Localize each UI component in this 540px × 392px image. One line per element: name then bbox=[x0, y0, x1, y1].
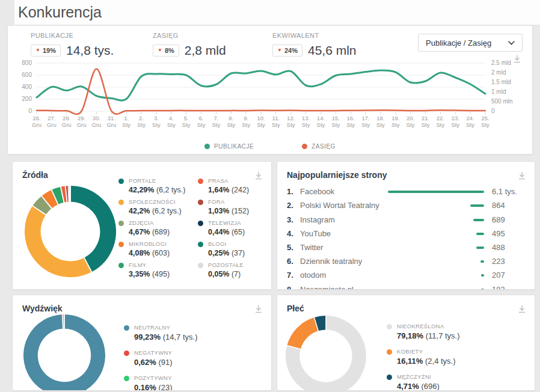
kpi-change: 19% bbox=[43, 47, 56, 54]
legend-item-filmy: FILMY3,35% (495) bbox=[118, 262, 192, 283]
legend-item-portale: PORTALE42,29% (6,2 tys.) bbox=[118, 177, 192, 198]
x-label-month: Sty bbox=[331, 121, 340, 128]
legend-dot bbox=[204, 144, 210, 149]
legend-label: PORTALE bbox=[129, 177, 192, 184]
legend-dot bbox=[387, 324, 392, 329]
legend-dot bbox=[387, 375, 392, 380]
site-row[interactable]: 6.Dziennik teatralny223 bbox=[287, 257, 525, 266]
site-rank: 4. bbox=[287, 230, 300, 238]
top-sites-list: 1.Facebook6,1 tys.2.Polski Wortal Teatra… bbox=[277, 180, 535, 290]
legend-item-mężczyźni: MĘŻCZYŹNI4,71% (696) bbox=[387, 373, 460, 391]
site-rank: 2. bbox=[287, 201, 300, 210]
legend-label: POZOSTAŁE bbox=[208, 262, 271, 268]
sentiment-donut-svg bbox=[23, 314, 105, 391]
legend-dot bbox=[198, 221, 203, 226]
left-axis-label: 800 bbox=[22, 60, 32, 66]
legend-dot bbox=[124, 325, 129, 331]
x-label-day: 12. bbox=[287, 115, 295, 121]
site-value: 207 bbox=[484, 271, 525, 280]
slice-mikroblogi bbox=[47, 197, 55, 202]
legend-value: 79,18% (11,7 tys.) bbox=[397, 331, 460, 340]
x-label-day: 17. bbox=[361, 115, 369, 121]
x-label-day: 18. bbox=[376, 115, 384, 121]
legend-value: 3,35% (495) bbox=[129, 270, 192, 279]
site-value: 223 bbox=[484, 257, 525, 266]
download-icon[interactable] bbox=[254, 305, 263, 313]
kpi-change-badge: ▼24% bbox=[272, 44, 302, 57]
legend-value: 1,03% (152) bbox=[208, 207, 271, 216]
x-label-day: 11. bbox=[272, 115, 280, 121]
site-name: Instagram bbox=[300, 216, 381, 224]
x-label-month: Gru bbox=[32, 121, 41, 128]
panel-title: Płeć bbox=[277, 295, 535, 313]
left-axis-label: 400 bbox=[22, 84, 32, 90]
x-label-month: Sty bbox=[391, 121, 400, 128]
legend-item-telewizja: TELEWIZJA0,44% (65) bbox=[198, 219, 271, 240]
arrow-down-icon: ▼ bbox=[35, 48, 40, 53]
x-label-day: 31. bbox=[108, 115, 115, 121]
download-icon[interactable] bbox=[518, 171, 526, 180]
x-label-day: 27. bbox=[48, 115, 55, 121]
x-label-month: Sty bbox=[287, 121, 295, 128]
site-value: 495 bbox=[484, 230, 525, 238]
kpi-ekwiwalent: EKWIWALENT ▼24% 45,6 mln bbox=[272, 32, 357, 58]
site-name: Facebook bbox=[300, 188, 381, 196]
kpi-change-badge: ▼8% bbox=[153, 44, 179, 57]
legend-label: KOBIETY bbox=[397, 348, 460, 355]
legend-value: 42,29% (6,2 tys.) bbox=[129, 186, 192, 195]
kpi-change: 24% bbox=[284, 47, 298, 54]
site-rank: 1. bbox=[287, 188, 300, 196]
x-label-day: 26. bbox=[32, 115, 40, 121]
site-row[interactable]: 3.Instagram689 bbox=[287, 216, 525, 224]
legend-value: 4,67% (689) bbox=[129, 228, 192, 237]
legend-item-prasa: PRASA1,64% (242) bbox=[198, 177, 271, 198]
left-axis-label: 0 bbox=[28, 108, 32, 114]
site-row[interactable]: 2.Polski Wortal Teatralny864 bbox=[287, 201, 525, 210]
legend-label: ZDJĘCIA bbox=[129, 219, 192, 226]
x-label-day: 25. bbox=[481, 115, 489, 121]
site-rank: 7. bbox=[287, 271, 300, 280]
dropdown-value: Publikacje / Zasięg bbox=[426, 38, 491, 47]
gender-panel: Płeć NIEOKREŚLONA79,18% (11,7 tys.)KOBIE… bbox=[277, 295, 535, 391]
legend-label: POZYTYWNY bbox=[134, 375, 198, 381]
x-label-day: 3. bbox=[154, 115, 159, 121]
legend-value: 0,25% (37) bbox=[208, 249, 271, 258]
legend-label: NEUTRALNY bbox=[134, 324, 198, 331]
gender-legend: NIEOKREŚLONA79,18% (11,7 tys.)KOBIETY16,… bbox=[387, 323, 460, 391]
left-axis-label: 200 bbox=[22, 96, 32, 102]
slice-zdjęcia bbox=[39, 202, 46, 210]
x-label-day: 20. bbox=[407, 115, 414, 121]
site-row[interactable]: 1.Facebook6,1 tys. bbox=[287, 188, 525, 196]
legend-item-publikacje[interactable]: PUBLIKACJE bbox=[204, 143, 254, 150]
right-axis-label: 2 mld bbox=[491, 69, 506, 76]
legend-value: 0,62% (91) bbox=[134, 358, 198, 367]
legend-label: PUBLIKACJE bbox=[214, 143, 254, 150]
x-label-month: Sty bbox=[302, 121, 310, 128]
legend-item-zasięg[interactable]: ZASIĘG bbox=[302, 143, 336, 150]
site-row[interactable]: 7.otodom207 bbox=[287, 271, 525, 280]
chart-mode-dropdown[interactable]: Publikacje / Zasięg bbox=[418, 34, 523, 52]
sentiment-panel: Wydźwięk NEUTRALNY99,23% (14,7 tys.)NEGA… bbox=[12, 295, 272, 391]
legend-label: FORA bbox=[208, 198, 271, 205]
site-row[interactable]: 8.Naszemiasto.pl183 bbox=[287, 286, 525, 290]
right-axis-label: 500 mln bbox=[491, 98, 513, 105]
legend-item-pozostałe: POZOSTAŁE0,05% (7) bbox=[198, 262, 271, 283]
x-label-day: 22. bbox=[437, 115, 444, 121]
site-value: 689 bbox=[484, 216, 525, 224]
legend-dot bbox=[124, 351, 129, 356]
kpi-value: 14,8 tys. bbox=[66, 43, 114, 58]
site-row[interactable]: 5.Twitter488 bbox=[287, 243, 525, 252]
legend-value: 1,64% (242) bbox=[208, 186, 271, 195]
site-name: Twitter bbox=[300, 243, 381, 252]
kpi-value: 2,8 mld bbox=[185, 43, 226, 58]
trend-chart-svg: 02004006008000500 mln1 mld1.5 mld2 mld2.… bbox=[8, 57, 532, 136]
legend-item-zdjęcia: ZDJĘCIA4,67% (689) bbox=[118, 219, 192, 240]
x-label-month: Sty bbox=[227, 121, 235, 128]
download-icon[interactable] bbox=[518, 305, 526, 313]
legend-dot bbox=[118, 179, 124, 184]
site-row[interactable]: 4.YouTube495 bbox=[287, 230, 525, 238]
x-label-day: 16. bbox=[347, 115, 355, 121]
legend-dot bbox=[198, 263, 203, 268]
sentiment-legend: NEUTRALNY99,23% (14,7 tys.)NEGATYWNY0,62… bbox=[124, 324, 198, 391]
legend-dot bbox=[198, 200, 203, 205]
